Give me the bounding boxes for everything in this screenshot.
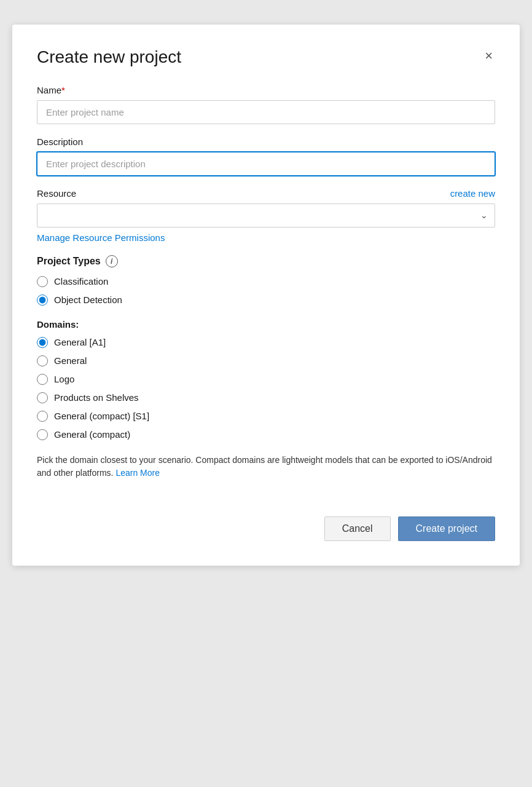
project-type-object-detection[interactable]: Object Detection (37, 295, 495, 306)
domain-compact-radio[interactable] (37, 429, 48, 440)
domain-general-a1-label: General [A1] (54, 337, 106, 347)
resource-label: Resource (37, 188, 76, 199)
create-new-link[interactable]: create new (450, 188, 495, 199)
cancel-button[interactable]: Cancel (324, 516, 391, 541)
domain-general-a1-radio[interactable] (37, 337, 48, 348)
learn-more-link[interactable]: Learn More (115, 468, 160, 478)
domain-products-radio[interactable] (37, 392, 48, 403)
modal-overlay: Create new project × Name* Description R… (0, 12, 532, 787)
manage-permissions-link[interactable]: Manage Resource Permissions (37, 232, 495, 243)
domain-general-label: General (54, 355, 87, 366)
domain-products-label: Products on Shelves (54, 392, 139, 403)
modal-header: Create new project × (37, 47, 495, 68)
object-detection-label: Object Detection (54, 295, 122, 305)
domain-compact-label: General (compact) (54, 429, 130, 440)
domain-logo-radio[interactable] (37, 374, 48, 385)
create-project-modal: Create new project × Name* Description R… (12, 25, 520, 566)
domain-general-compact-s1[interactable]: General (compact) [S1] (37, 411, 495, 422)
domains-section: Domains: General [A1] General Logo Produ… (37, 319, 495, 440)
modal-footer: Cancel Create project (37, 516, 495, 541)
project-types-radio-group: Classification Object Detection (37, 276, 495, 306)
modal-title: Create new project (37, 47, 181, 68)
resource-section: Resource create new ⌄ Manage Resource Pe… (37, 188, 495, 243)
classification-radio[interactable] (37, 276, 48, 287)
domain-radio-group: General [A1] General Logo Products on Sh… (37, 337, 495, 440)
resource-select[interactable] (37, 204, 495, 227)
domains-label: Domains: (37, 319, 495, 330)
project-types-section: Project Types i Classification Object De… (37, 255, 495, 306)
domain-general-a1[interactable]: General [A1] (37, 337, 495, 348)
close-button[interactable]: × (482, 47, 495, 65)
domain-logo-label: Logo (54, 374, 74, 384)
info-icon[interactable]: i (106, 255, 118, 267)
classification-label: Classification (54, 276, 108, 287)
domain-general-radio[interactable] (37, 355, 48, 366)
name-label: Name* (37, 85, 495, 95)
domain-compact-s1-label: General (compact) [S1] (54, 411, 149, 421)
resource-select-wrapper: ⌄ (37, 204, 495, 227)
domain-products-on-shelves[interactable]: Products on Shelves (37, 392, 495, 403)
project-types-label: Project Types (37, 256, 101, 267)
description-input[interactable] (37, 152, 495, 176)
description-label: Description (37, 136, 495, 147)
domain-description: Pick the domain closest to your scenario… (37, 454, 495, 480)
description-section: Description (37, 136, 495, 176)
name-input[interactable] (37, 100, 495, 124)
domain-logo[interactable]: Logo (37, 374, 495, 385)
domain-general[interactable]: General (37, 355, 495, 366)
create-project-button[interactable]: Create project (398, 516, 496, 541)
resource-header: Resource create new (37, 188, 495, 199)
domain-compact-s1-radio[interactable] (37, 411, 48, 422)
project-types-header: Project Types i (37, 255, 495, 267)
required-star: * (61, 85, 65, 95)
domain-general-compact[interactable]: General (compact) (37, 429, 495, 440)
name-section: Name* (37, 85, 495, 124)
object-detection-radio[interactable] (37, 295, 48, 306)
project-type-classification[interactable]: Classification (37, 276, 495, 287)
